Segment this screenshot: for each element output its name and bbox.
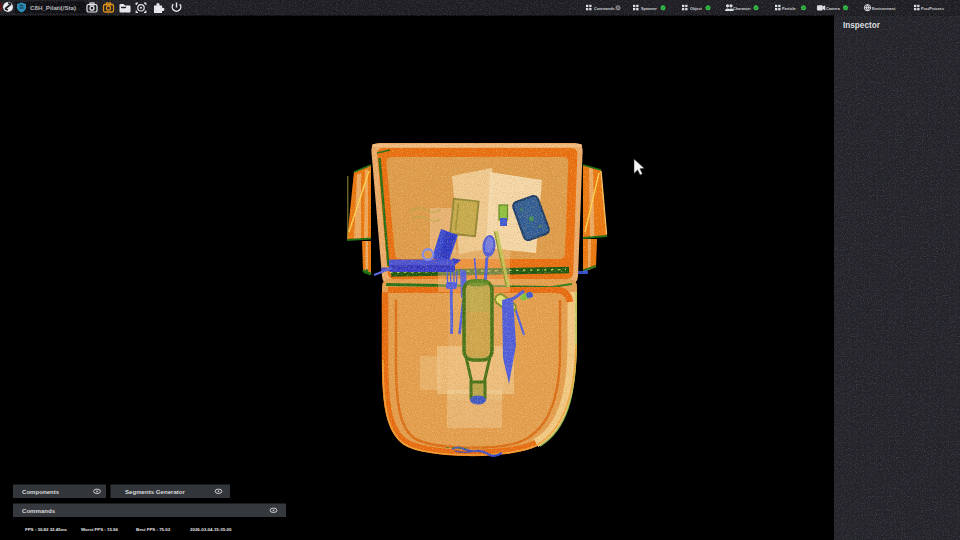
svg-text:Commands: Commands	[22, 507, 56, 514]
svg-text:Components: Components	[22, 488, 60, 495]
svg-text:Segments Generator: Segments Generator	[125, 488, 186, 495]
svg-text:Worst FPS : 15.96: Worst FPS : 15.96	[81, 527, 119, 532]
svg-text:2026-03-04-15:35:20: 2026-03-04-15:35:20	[190, 527, 232, 532]
svg-text:Best FPS : 75.03: Best FPS : 75.03	[136, 527, 171, 532]
svg-text:FPS : 30.82 32.45ms: FPS : 30.82 32.45ms	[25, 527, 68, 532]
